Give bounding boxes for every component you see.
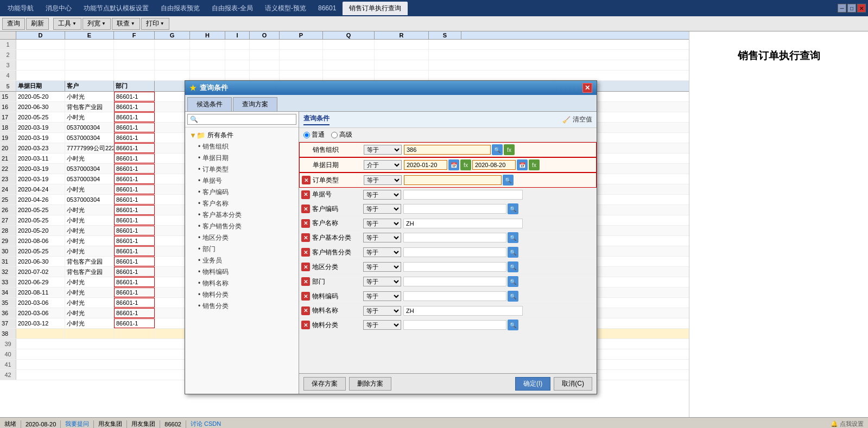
tree-item-11[interactable]: • 物料编码	[187, 266, 296, 278]
cond-date-from[interactable]	[404, 160, 447, 170]
cond-op-select-docno[interactable]: 等于	[363, 190, 401, 200]
cond-op-select-date[interactable]: 介于	[364, 160, 402, 170]
delete-scheme-btn[interactable]: 删除方案	[349, 377, 391, 391]
cond-input-docno[interactable]	[403, 190, 523, 200]
cond-op-select-salesorg[interactable]: 等于	[364, 145, 402, 155]
remove-btn-custsales[interactable]: ✕	[301, 248, 310, 257]
tree-item-1[interactable]: • 单据日期	[187, 152, 296, 164]
remove-btn-custname[interactable]: ✕	[301, 219, 310, 228]
tree-item-2[interactable]: • 订单类型	[187, 164, 296, 175]
cond-input-matcode[interactable]	[403, 291, 506, 301]
cond-input-dept[interactable]	[403, 277, 506, 286]
tab-candidate[interactable]: 候选条件	[187, 97, 232, 111]
nav-item-gn[interactable]: 功能导航	[2, 2, 39, 15]
cond-op-select-custname[interactable]: 等于	[363, 219, 401, 228]
tree-item-9[interactable]: • 部门	[187, 244, 296, 255]
cond-op-select-region[interactable]: 等于	[363, 262, 401, 272]
save-scheme-btn[interactable]: 保存方案	[303, 377, 346, 391]
cond-input-custsales[interactable]	[403, 247, 506, 257]
tree-item-3[interactable]: • 单据号	[187, 175, 296, 187]
tree-item-6[interactable]: • 客户基本分类	[187, 209, 296, 221]
clear-btn[interactable]: 🧹 清空值	[562, 115, 592, 124]
tree-item-13[interactable]: • 物料分类	[187, 289, 296, 301]
tree-root-label[interactable]: ▼📁 所有条件	[187, 130, 296, 141]
cond-input-custbasic[interactable]	[403, 233, 506, 242]
tree-item-8[interactable]: • 地区分类	[187, 232, 296, 244]
tree-item-14[interactable]: • 销售分类	[187, 301, 296, 312]
search-icon-matcode[interactable]: 🔍	[508, 291, 518, 302]
cond-input-matcat[interactable]	[403, 320, 506, 330]
print-btn[interactable]: 打印 ▼	[141, 18, 169, 30]
cond-op-select-dept[interactable]: 等于	[363, 277, 401, 286]
close-btn[interactable]: ✕	[857, 4, 866, 12]
radio-advanced[interactable]: 高级	[331, 130, 352, 139]
tree-item-10[interactable]: • 业务员	[187, 255, 296, 266]
search-icon-dept[interactable]: 🔍	[508, 276, 518, 287]
status-discuss[interactable]: 讨论 CSDN	[191, 420, 221, 428]
remove-btn-matname[interactable]: ✕	[301, 306, 310, 315]
cond-op-select-custbasic[interactable]: 等于	[363, 233, 401, 242]
remove-btn-ordertype[interactable]: ✕	[302, 176, 311, 184]
confirm-btn[interactable]: 确定(I)	[515, 377, 550, 391]
tree-item-5[interactable]: • 客户名称	[187, 198, 296, 209]
fx-icon-to[interactable]: fx	[529, 159, 540, 170]
cond-op-select-custsales[interactable]: 等于	[363, 247, 401, 257]
cond-date-to[interactable]	[472, 160, 516, 170]
cond-input-ordertype[interactable]	[404, 175, 502, 185]
tools-btn[interactable]: 工具 ▼	[53, 18, 81, 30]
cond-op-select-custcode[interactable]: 等于	[363, 204, 401, 214]
remove-btn-dept[interactable]: ✕	[301, 277, 310, 286]
search-icon-salesorg[interactable]: 🔍	[492, 144, 503, 155]
tab-scheme[interactable]: 查询方案	[233, 97, 277, 111]
link-btn[interactable]: 联查 ▼	[112, 18, 140, 30]
search-icon-ordertype[interactable]: 🔍	[503, 175, 514, 186]
cancel-btn[interactable]: 取消(C)	[554, 377, 592, 391]
remove-btn-matcat[interactable]: ✕	[301, 321, 310, 329]
radio-normal-input[interactable]	[303, 132, 310, 138]
radio-normal[interactable]: 普通	[303, 130, 325, 139]
status-ask[interactable]: 我要提问	[65, 420, 89, 428]
cal-icon-from[interactable]: 📅	[448, 159, 459, 170]
remove-btn-custcode[interactable]: ✕	[301, 205, 310, 213]
cond-op-select-matname[interactable]: 等于	[363, 306, 401, 316]
search-icon-custsales[interactable]: 🔍	[508, 247, 518, 258]
search-icon-region[interactable]: 🔍	[508, 261, 518, 272]
tree-search-input[interactable]	[187, 114, 296, 125]
tree-item-4[interactable]: • 客户编码	[187, 187, 296, 198]
tree-item-7[interactable]: • 客户销售分类	[187, 221, 296, 232]
fx-icon-salesorg[interactable]: fx	[504, 144, 515, 155]
search-icon-custcode[interactable]: 🔍	[508, 203, 518, 214]
cond-op-select-matcat[interactable]: 等于	[363, 320, 401, 330]
maximize-btn[interactable]: □	[847, 4, 856, 12]
cond-input-region[interactable]	[403, 262, 506, 272]
radio-advanced-input[interactable]	[331, 132, 338, 138]
nav-tab-sales[interactable]: 销售订单执行查询	[343, 2, 408, 15]
dialog-close-btn[interactable]: ✕	[582, 83, 592, 93]
cond-op-select-ordertype[interactable]: 等于	[364, 175, 402, 185]
tree-item-12[interactable]: • 物料名称	[187, 278, 296, 289]
cal-icon-to[interactable]: 📅	[517, 159, 528, 170]
remove-btn-matcode[interactable]: ✕	[301, 292, 310, 301]
tree-item-0[interactable]: • 销售组织	[187, 141, 296, 152]
refresh-btn[interactable]: 刷新	[26, 18, 49, 30]
nav-item-free1[interactable]: 自由报表预览	[155, 2, 205, 15]
nav-item-fn[interactable]: 功能节点默认模板设置	[78, 2, 154, 15]
cond-op-select-matcode[interactable]: 等于	[363, 291, 401, 301]
query-btn[interactable]: 查询	[2, 18, 25, 30]
search-icon-matcat[interactable]: 🔍	[508, 320, 518, 330]
cond-input-matname[interactable]	[403, 306, 523, 316]
nav-item-free2[interactable]: 自由报表-全局	[206, 2, 258, 15]
remove-btn-custbasic[interactable]: ✕	[301, 233, 310, 242]
nav-item-msg[interactable]: 消息中心	[40, 2, 77, 15]
search-icon-custbasic[interactable]: 🔍	[508, 232, 518, 243]
remove-btn-region[interactable]: ✕	[301, 263, 310, 271]
cond-input-custcode[interactable]	[403, 204, 506, 214]
colwidth-btn[interactable]: 列宽 ▼	[83, 18, 111, 30]
remove-btn-docno[interactable]: ✕	[301, 190, 310, 199]
cond-input-salesorg[interactable]	[404, 145, 491, 155]
nav-item-sem[interactable]: 语义模型-预览	[259, 2, 312, 15]
fx-icon-from[interactable]: fx	[460, 159, 471, 170]
nav-item-86601[interactable]: 86601	[313, 2, 341, 14]
cond-input-custname[interactable]	[403, 219, 523, 228]
minimize-btn[interactable]: ─	[838, 4, 846, 12]
